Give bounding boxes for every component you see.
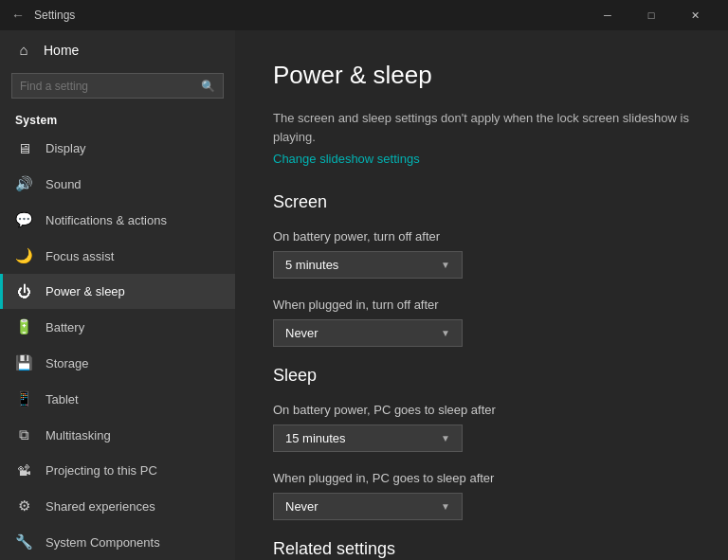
sidebar-item-power[interactable]: ⏻ Power & sleep	[0, 274, 235, 309]
sound-icon: 🔊	[15, 175, 32, 192]
focus-icon: 🌙	[15, 247, 32, 264]
sidebar-item-power-label: Power & sleep	[46, 284, 125, 298]
sidebar-item-sound-label: Sound	[46, 177, 82, 191]
sidebar-item-components[interactable]: 🔧 System Components	[0, 524, 235, 560]
sleep-plugged-dropdown[interactable]: Never ▼	[273, 493, 463, 520]
maximize-button[interactable]: □	[629, 0, 673, 30]
search-icon: 🔍	[201, 80, 215, 93]
projecting-icon: 📽	[15, 462, 32, 479]
sidebar: ⌂ Home 🔍 System 🖥 Display 🔊 Sound 💬 Noti…	[0, 30, 235, 560]
screen-battery-value: 5 minutes	[285, 258, 338, 272]
sidebar-item-notifications[interactable]: 💬 Notifications & actions	[0, 202, 235, 238]
screen-battery-container: On battery power, turn off after 5 minut…	[273, 229, 690, 279]
power-icon: ⏻	[15, 283, 32, 299]
screen-plugged-value: Never	[285, 326, 318, 340]
titlebar: ← Settings ─ □ ✕	[0, 0, 728, 30]
sleep-plugged-label: When plugged in, PC goes to sleep after	[273, 471, 690, 485]
titlebar-back-button[interactable]: ←	[11, 8, 25, 23]
sidebar-item-home[interactable]: ⌂ Home	[0, 30, 235, 69]
content-area: Power & sleep The screen and sleep setti…	[235, 30, 728, 560]
sleep-battery-arrow-icon: ▼	[441, 433, 450, 443]
sidebar-item-sound[interactable]: 🔊 Sound	[0, 166, 235, 202]
sidebar-item-multitasking-label: Multitasking	[46, 428, 111, 443]
sidebar-item-notifications-label: Notifications & actions	[46, 213, 167, 227]
sidebar-section-label: System	[0, 106, 235, 131]
close-button[interactable]: ✕	[673, 0, 717, 30]
sleep-battery-value: 15 minutes	[285, 431, 346, 445]
home-icon: ⌂	[15, 42, 32, 58]
sidebar-item-shared-label: Shared experiences	[46, 499, 155, 514]
sleep-section-title: Sleep	[273, 366, 690, 386]
sidebar-item-tablet[interactable]: 📱 Tablet	[0, 381, 235, 417]
screen-plugged-container: When plugged in, turn off after Never ▼	[273, 298, 690, 347]
components-icon: 🔧	[15, 533, 32, 551]
app-container: ⌂ Home 🔍 System 🖥 Display 🔊 Sound 💬 Noti…	[0, 30, 728, 560]
sleep-battery-dropdown[interactable]: 15 minutes ▼	[273, 425, 463, 452]
sidebar-item-focus-label: Focus assist	[46, 249, 114, 263]
tablet-icon: 📱	[15, 390, 32, 407]
sidebar-item-display[interactable]: 🖥 Display	[0, 131, 235, 166]
screen-plugged-label: When plugged in, turn off after	[273, 298, 690, 312]
search-input[interactable]	[20, 80, 195, 93]
screen-battery-arrow-icon: ▼	[441, 260, 450, 270]
sidebar-item-focus[interactable]: 🌙 Focus assist	[0, 238, 235, 274]
search-box[interactable]: 🔍	[11, 73, 224, 99]
multitasking-icon: ⧉	[15, 426, 32, 443]
screen-plugged-dropdown[interactable]: Never ▼	[273, 319, 463, 347]
sidebar-item-multitasking[interactable]: ⧉ Multitasking	[0, 417, 235, 453]
storage-icon: 💾	[15, 354, 32, 371]
battery-icon: 🔋	[15, 318, 32, 335]
sidebar-item-storage[interactable]: 💾 Storage	[0, 345, 235, 381]
sidebar-item-projecting[interactable]: 📽 Projecting to this PC	[0, 453, 235, 488]
sidebar-item-components-label: System Components	[46, 535, 160, 550]
sleep-battery-container: On battery power, PC goes to sleep after…	[273, 403, 690, 452]
sidebar-item-shared[interactable]: ⚙ Shared experiences	[0, 488, 235, 524]
screen-section-title: Screen	[273, 192, 690, 212]
titlebar-title: Settings	[34, 9, 586, 22]
sidebar-item-tablet-label: Tablet	[46, 392, 79, 406]
slideshow-link[interactable]: Change slideshow settings	[273, 152, 690, 166]
sleep-plugged-container: When plugged in, PC goes to sleep after …	[273, 471, 690, 520]
notifications-icon: 💬	[15, 211, 32, 228]
titlebar-controls: ─ □ ✕	[586, 0, 717, 30]
screen-battery-label: On battery power, turn off after	[273, 229, 690, 244]
home-label: Home	[44, 43, 79, 58]
sidebar-item-battery[interactable]: 🔋 Battery	[0, 309, 235, 345]
shared-icon: ⚙	[15, 497, 32, 515]
display-icon: 🖥	[15, 140, 32, 156]
sidebar-item-storage-label: Storage	[46, 356, 89, 370]
minimize-button[interactable]: ─	[586, 0, 629, 30]
info-text: The screen and sleep settings don't appl…	[273, 109, 690, 146]
page-title: Power & sleep	[273, 61, 690, 90]
screen-plugged-arrow-icon: ▼	[441, 328, 450, 338]
sleep-battery-label: On battery power, PC goes to sleep after	[273, 403, 690, 417]
sleep-plugged-arrow-icon: ▼	[441, 501, 450, 512]
screen-battery-dropdown[interactable]: 5 minutes ▼	[273, 251, 463, 279]
related-section-title: Related settings	[273, 539, 690, 559]
sleep-plugged-value: Never	[285, 499, 318, 514]
sidebar-item-battery-label: Battery	[46, 320, 84, 334]
sidebar-item-projecting-label: Projecting to this PC	[46, 463, 157, 478]
sidebar-item-display-label: Display	[46, 141, 86, 155]
